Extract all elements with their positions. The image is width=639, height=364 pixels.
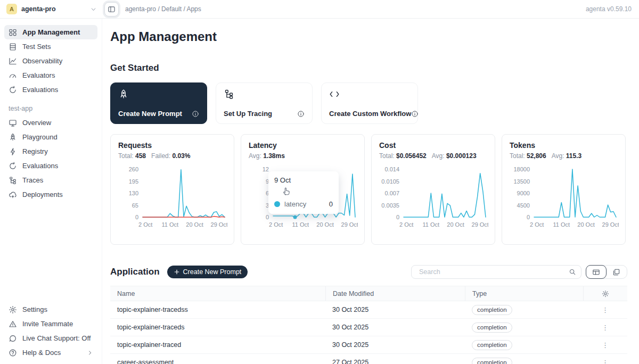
svg-text:0.007: 0.007 <box>384 190 399 196</box>
application-heading: Application <box>110 267 160 277</box>
svg-text:13500: 13500 <box>513 178 530 185</box>
metric-card-requests: RequestsTotal: 458Failed: 0.03%065130195… <box>110 134 234 245</box>
tooltip-value: 0 <box>329 200 333 208</box>
search-box <box>411 265 581 279</box>
metric-chart-requests: 0651301952602 Oct11 Oct20 Oct29 Oct <box>118 162 227 232</box>
workspace-avatar: A <box>6 4 17 14</box>
table-body: topic-explainer-tracedss30 Oct 2025compl… <box>110 301 627 364</box>
sidebar-item-playground[interactable]: Playground <box>4 130 97 144</box>
svg-text:0: 0 <box>266 214 269 220</box>
info-icon <box>192 110 199 118</box>
sidebar-item-label: Help & Docs <box>22 349 61 357</box>
search-icon[interactable] <box>569 268 576 276</box>
row-actions: ⋮ <box>583 319 627 336</box>
sidebar-item-app-management[interactable]: App Management <box>4 25 97 39</box>
metric-chart-cost: 00.00350.0070.01050.0142 Oct11 Oct20 Oct… <box>379 162 488 232</box>
row-menu-button[interactable]: ⋮ <box>583 359 627 364</box>
svg-text:20 Oct: 20 Oct <box>186 221 203 228</box>
main-content: App Management Get Started Create New Pr… <box>102 19 639 364</box>
table-row[interactable]: topic-explainer-traced30 Oct 2025complet… <box>110 336 627 354</box>
sidebar-collapse-button[interactable] <box>104 2 119 16</box>
row-menu-button[interactable]: ⋮ <box>583 341 627 349</box>
table-row[interactable]: topic-explainer-traceds30 Oct 2025comple… <box>110 319 627 336</box>
search-input[interactable] <box>418 268 569 276</box>
row-menu-button[interactable]: ⋮ <box>583 324 627 332</box>
metric-title: Latency <box>249 141 357 150</box>
svg-text:20 Oct: 20 Oct <box>447 221 464 228</box>
cloud-icon <box>9 191 17 199</box>
metric-cards: 9 Oct latency 0 RequestsTotal: 458Failed… <box>110 134 627 245</box>
sidebar-item-help-docs[interactable]: Help & Docs <box>4 345 97 360</box>
sidebar-item-observability[interactable]: Observability <box>4 54 97 68</box>
column-header-date-modified[interactable]: Date Modified <box>325 286 465 301</box>
sidebar-item-evaluators[interactable]: Evaluators <box>4 68 97 82</box>
gear-icon <box>602 290 609 297</box>
metric-stats: Total: 458Failed: 0.03% <box>118 152 226 160</box>
row-type: completion <box>465 301 583 318</box>
rocket-icon <box>9 133 17 142</box>
sidebar-item-evaluations[interactable]: Evaluations <box>4 82 97 97</box>
create-new-prompt-button[interactable]: Create New Prompt <box>167 266 248 278</box>
sidebar-item-label: Deployments <box>22 191 63 198</box>
chevron-down-icon <box>90 6 97 13</box>
metric-title: Tokens <box>510 141 618 150</box>
get-started-card-create-new-prompt[interactable]: Create New Prompt <box>110 82 207 124</box>
type-badge: completion <box>472 322 512 333</box>
get-started-card-set-up-tracing[interactable]: Set Up Tracing <box>216 82 313 124</box>
breadcrumb[interactable]: agenta-pro / Default / Apps <box>125 5 201 13</box>
svg-text:11 Oct: 11 Oct <box>162 221 179 228</box>
sidebar-item-test-sets[interactable]: Test Sets <box>4 39 97 54</box>
table-view-button[interactable] <box>586 265 607 279</box>
column-header-type[interactable]: Type <box>465 286 583 301</box>
sidebar-item-live-chat-support-off[interactable]: Live Chat Support: Off <box>4 331 97 345</box>
app-section-label: test-app <box>9 105 97 112</box>
column-header-name[interactable]: Name <box>110 290 325 297</box>
svg-text:2 Oct: 2 Oct <box>138 221 152 228</box>
sidebar-item-settings[interactable]: Settings <box>4 302 97 317</box>
chat-icon <box>9 334 17 343</box>
row-date-modified: 30 Oct 2025 <box>325 301 465 318</box>
row-name: career-assessment <box>110 359 325 364</box>
code-icon <box>329 89 340 100</box>
row-date-modified: 27 Oct 2025 <box>325 354 465 364</box>
get-started-heading: Get Started <box>110 63 627 73</box>
sidebar-main-group: App ManagementTest SetsObservabilityEval… <box>4 25 97 97</box>
metric-stats: Avg: 1.38ms <box>249 152 357 160</box>
invite-icon <box>9 320 17 328</box>
grid-icon <box>9 28 17 37</box>
list-icon <box>9 43 17 51</box>
sidebar-item-label: Evaluations <box>22 86 58 94</box>
tree-icon <box>224 89 234 100</box>
card-icon-wrap <box>224 89 305 100</box>
card-view-button[interactable] <box>606 265 627 279</box>
sidebar-item-traces[interactable]: Traces <box>4 173 97 187</box>
get-started-cards: Create New PromptSet Up TracingCreate Cu… <box>110 82 627 124</box>
metric-card-tokens: TokensTotal: 52,806Avg: 115.304500900013… <box>502 134 626 245</box>
svg-text:0: 0 <box>527 214 530 220</box>
sidebar-item-label: Observability <box>22 57 62 65</box>
svg-text:29 Oct: 29 Oct <box>211 221 227 228</box>
svg-text:4500: 4500 <box>517 202 530 209</box>
svg-text:195: 195 <box>129 178 138 185</box>
sidebar-item-overview[interactable]: Overview <box>4 115 97 130</box>
table-row[interactable]: topic-explainer-tracedss30 Oct 2025compl… <box>110 301 627 319</box>
column-header-settings[interactable] <box>583 286 627 301</box>
table-row[interactable]: career-assessment27 Oct 2025completion⋮ <box>110 354 627 364</box>
sidebar-item-registry[interactable]: Registry <box>4 144 97 159</box>
card-view-icon <box>612 268 620 276</box>
sidebar-item-deployments[interactable]: Deployments <box>4 187 97 202</box>
type-badge: completion <box>472 305 512 315</box>
sidebar-item-evaluations[interactable]: Evaluations <box>4 159 97 173</box>
sidebar-item-label: Registry <box>22 147 48 155</box>
sidebar-item-label: Playground <box>22 133 58 141</box>
svg-text:11 Oct: 11 Oct <box>292 221 309 228</box>
row-menu-button[interactable]: ⋮ <box>583 306 627 314</box>
info-icon <box>411 110 419 118</box>
sidebar-item-invite-teammate[interactable]: Invite Teammate <box>4 317 97 331</box>
table-view-icon <box>592 268 600 276</box>
metric-card-cost: CostTotal: $0.056452Avg: $0.00012300.003… <box>371 134 495 245</box>
get-started-card-create-custom-workflow[interactable]: Create Custom Workflow <box>321 82 418 124</box>
svg-text:11 Oct: 11 Oct <box>423 221 440 228</box>
svg-text:18000: 18000 <box>513 166 530 172</box>
workspace-selector[interactable]: A agenta-pro <box>0 4 102 14</box>
